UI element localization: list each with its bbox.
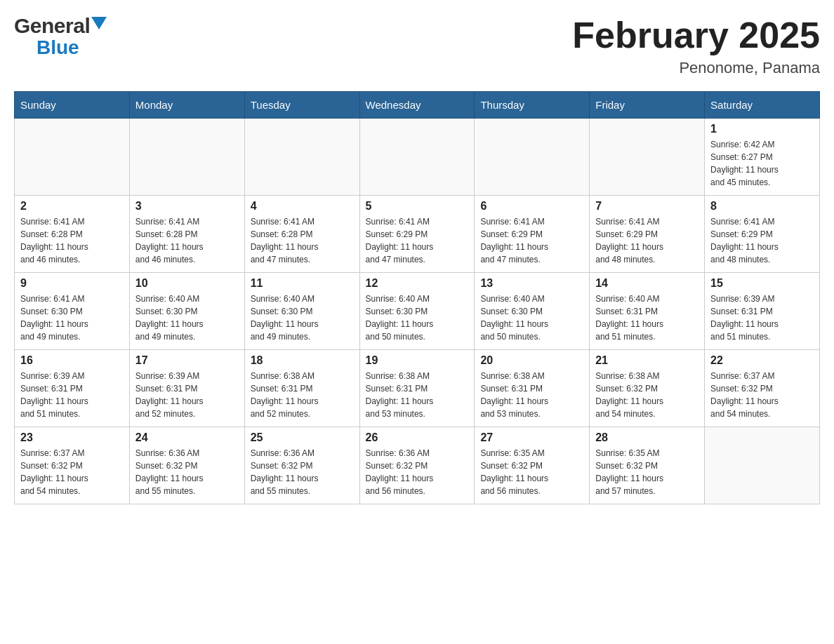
calendar-header-monday: Monday	[129, 92, 244, 119]
day-info: Sunrise: 6:35 AM Sunset: 6:32 PM Dayligh…	[480, 447, 583, 497]
calendar-day	[359, 119, 475, 196]
calendar-day: 27Sunrise: 6:35 AM Sunset: 6:32 PM Dayli…	[475, 427, 590, 504]
calendar-header-wednesday: Wednesday	[359, 92, 475, 119]
calendar-day: 16Sunrise: 6:39 AM Sunset: 6:31 PM Dayli…	[15, 350, 130, 427]
day-info: Sunrise: 6:41 AM Sunset: 6:30 PM Dayligh…	[20, 293, 124, 343]
calendar-day: 7Sunrise: 6:41 AM Sunset: 6:29 PM Daylig…	[590, 196, 705, 273]
day-info: Sunrise: 6:40 AM Sunset: 6:30 PM Dayligh…	[480, 293, 583, 343]
calendar-day: 9Sunrise: 6:41 AM Sunset: 6:30 PM Daylig…	[15, 273, 130, 350]
day-info: Sunrise: 6:42 AM Sunset: 6:27 PM Dayligh…	[710, 138, 814, 189]
calendar-week-4: 16Sunrise: 6:39 AM Sunset: 6:31 PM Dayli…	[15, 350, 820, 427]
calendar-day	[129, 119, 244, 196]
calendar-header-tuesday: Tuesday	[244, 92, 359, 119]
day-number: 13	[480, 277, 583, 290]
calendar-header-saturday: Saturday	[705, 92, 820, 119]
day-number: 26	[366, 431, 469, 444]
day-number: 25	[251, 431, 354, 444]
calendar-day: 15Sunrise: 6:39 AM Sunset: 6:31 PM Dayli…	[705, 273, 820, 350]
calendar-day	[475, 119, 590, 196]
calendar-day: 17Sunrise: 6:39 AM Sunset: 6:31 PM Dayli…	[129, 350, 244, 427]
day-number: 5	[366, 200, 469, 213]
day-number: 16	[20, 354, 124, 367]
calendar-day: 21Sunrise: 6:38 AM Sunset: 6:32 PM Dayli…	[590, 350, 705, 427]
calendar-day: 26Sunrise: 6:36 AM Sunset: 6:32 PM Dayli…	[359, 427, 475, 504]
day-info: Sunrise: 6:36 AM Sunset: 6:32 PM Dayligh…	[251, 447, 354, 497]
day-number: 22	[710, 354, 814, 367]
page-header: General Blue February 2025 Penonome, Pan…	[14, 14, 820, 77]
calendar-day: 11Sunrise: 6:40 AM Sunset: 6:30 PM Dayli…	[244, 273, 359, 350]
day-number: 8	[710, 200, 814, 213]
day-number: 21	[595, 354, 699, 367]
day-number: 11	[251, 277, 354, 290]
calendar-table: SundayMondayTuesdayWednesdayThursdayFrid…	[14, 91, 820, 504]
day-info: Sunrise: 6:41 AM Sunset: 6:29 PM Dayligh…	[366, 215, 469, 266]
day-number: 15	[710, 277, 814, 290]
day-number: 10	[135, 277, 239, 290]
day-number: 18	[251, 354, 354, 367]
calendar-week-3: 9Sunrise: 6:41 AM Sunset: 6:30 PM Daylig…	[15, 273, 820, 350]
day-info: Sunrise: 6:41 AM Sunset: 6:28 PM Dayligh…	[20, 215, 124, 266]
calendar-day: 13Sunrise: 6:40 AM Sunset: 6:30 PM Dayli…	[475, 273, 590, 350]
day-info: Sunrise: 6:39 AM Sunset: 6:31 PM Dayligh…	[20, 370, 124, 420]
day-info: Sunrise: 6:37 AM Sunset: 6:32 PM Dayligh…	[20, 447, 124, 497]
calendar-day: 6Sunrise: 6:41 AM Sunset: 6:29 PM Daylig…	[475, 196, 590, 273]
calendar-day: 20Sunrise: 6:38 AM Sunset: 6:31 PM Dayli…	[475, 350, 590, 427]
logo-blue-text: Blue	[37, 36, 107, 59]
logo: General Blue	[14, 14, 107, 59]
day-number: 4	[251, 200, 354, 213]
calendar-day: 3Sunrise: 6:41 AM Sunset: 6:28 PM Daylig…	[129, 196, 244, 273]
calendar-week-5: 23Sunrise: 6:37 AM Sunset: 6:32 PM Dayli…	[15, 427, 820, 504]
svg-marker-0	[91, 17, 107, 29]
calendar-day: 12Sunrise: 6:40 AM Sunset: 6:30 PM Dayli…	[359, 273, 475, 350]
day-info: Sunrise: 6:36 AM Sunset: 6:32 PM Dayligh…	[366, 447, 469, 497]
calendar-day: 14Sunrise: 6:40 AM Sunset: 6:31 PM Dayli…	[590, 273, 705, 350]
day-info: Sunrise: 6:40 AM Sunset: 6:30 PM Dayligh…	[135, 293, 239, 343]
month-title: February 2025	[572, 14, 820, 56]
calendar-day: 2Sunrise: 6:41 AM Sunset: 6:28 PM Daylig…	[15, 196, 130, 273]
calendar-day: 4Sunrise: 6:41 AM Sunset: 6:28 PM Daylig…	[244, 196, 359, 273]
calendar-day: 22Sunrise: 6:37 AM Sunset: 6:32 PM Dayli…	[705, 350, 820, 427]
day-info: Sunrise: 6:38 AM Sunset: 6:32 PM Dayligh…	[595, 370, 699, 420]
day-info: Sunrise: 6:40 AM Sunset: 6:30 PM Dayligh…	[251, 293, 354, 343]
day-info: Sunrise: 6:41 AM Sunset: 6:29 PM Dayligh…	[480, 215, 583, 266]
calendar-header-sunday: Sunday	[15, 92, 130, 119]
day-number: 28	[595, 431, 699, 444]
day-number: 20	[480, 354, 583, 367]
calendar-day	[705, 427, 820, 504]
day-info: Sunrise: 6:40 AM Sunset: 6:30 PM Dayligh…	[366, 293, 469, 343]
day-number: 2	[20, 200, 124, 213]
calendar-header-row: SundayMondayTuesdayWednesdayThursdayFrid…	[15, 92, 820, 119]
logo-general-text: General	[14, 14, 90, 38]
calendar-day	[244, 119, 359, 196]
day-info: Sunrise: 6:38 AM Sunset: 6:31 PM Dayligh…	[480, 370, 583, 420]
day-number: 6	[480, 200, 583, 213]
day-number: 9	[20, 277, 124, 290]
calendar-week-1: 1Sunrise: 6:42 AM Sunset: 6:27 PM Daylig…	[15, 119, 820, 196]
calendar-header-friday: Friday	[590, 92, 705, 119]
day-info: Sunrise: 6:40 AM Sunset: 6:31 PM Dayligh…	[595, 293, 699, 343]
day-number: 1	[710, 123, 814, 135]
day-number: 19	[366, 354, 469, 367]
calendar-day: 5Sunrise: 6:41 AM Sunset: 6:29 PM Daylig…	[359, 196, 475, 273]
day-number: 14	[595, 277, 699, 290]
calendar-day: 19Sunrise: 6:38 AM Sunset: 6:31 PM Dayli…	[359, 350, 475, 427]
day-info: Sunrise: 6:36 AM Sunset: 6:32 PM Dayligh…	[135, 447, 239, 497]
day-info: Sunrise: 6:41 AM Sunset: 6:29 PM Dayligh…	[710, 215, 814, 266]
calendar-day: 24Sunrise: 6:36 AM Sunset: 6:32 PM Dayli…	[129, 427, 244, 504]
day-info: Sunrise: 6:38 AM Sunset: 6:31 PM Dayligh…	[366, 370, 469, 420]
day-info: Sunrise: 6:39 AM Sunset: 6:31 PM Dayligh…	[135, 370, 239, 420]
calendar-day: 25Sunrise: 6:36 AM Sunset: 6:32 PM Dayli…	[244, 427, 359, 504]
day-number: 7	[595, 200, 699, 213]
calendar-day: 8Sunrise: 6:41 AM Sunset: 6:29 PM Daylig…	[705, 196, 820, 273]
calendar-day: 1Sunrise: 6:42 AM Sunset: 6:27 PM Daylig…	[705, 119, 820, 196]
calendar-day: 18Sunrise: 6:38 AM Sunset: 6:31 PM Dayli…	[244, 350, 359, 427]
location-subtitle: Penonome, Panama	[572, 59, 820, 77]
calendar-day	[15, 119, 130, 196]
day-number: 3	[135, 200, 239, 213]
calendar-week-2: 2Sunrise: 6:41 AM Sunset: 6:28 PM Daylig…	[15, 196, 820, 273]
day-info: Sunrise: 6:35 AM Sunset: 6:32 PM Dayligh…	[595, 447, 699, 497]
logo-arrow-icon	[91, 17, 107, 35]
day-number: 27	[480, 431, 583, 444]
day-number: 12	[366, 277, 469, 290]
day-number: 17	[135, 354, 239, 367]
